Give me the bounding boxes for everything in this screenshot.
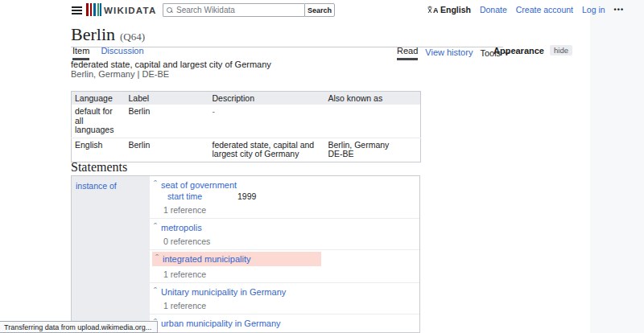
statements-heading: Statements bbox=[71, 160, 127, 175]
cell-language: default for all languages bbox=[72, 105, 126, 138]
statement-value-link[interactable]: urban municipality in Germany bbox=[161, 319, 281, 328]
alias-line: DE-BE bbox=[328, 150, 418, 159]
qualifier-property-link[interactable]: start time bbox=[167, 191, 237, 201]
title-block: Berlin(Q64) bbox=[71, 24, 503, 47]
statement: ˆ metropolis 0 references bbox=[150, 219, 419, 250]
statement-value-link[interactable]: metropolis bbox=[161, 223, 202, 232]
entity-aliases: Berlin, Germany | DE-BE bbox=[71, 69, 169, 79]
entity-id: (Q64) bbox=[120, 31, 145, 43]
statement: ˆ Unitary municipality in Germany 1 refe… bbox=[150, 283, 419, 314]
tab-item[interactable]: Item bbox=[72, 46, 89, 60]
more-options-icon[interactable]: ••• bbox=[614, 6, 624, 14]
rank-caret-icon: ˆ bbox=[154, 224, 158, 231]
col-label: Label bbox=[126, 92, 209, 105]
statement-main: ˆ urban municipality in Germany bbox=[150, 319, 419, 328]
statement: ˆ seat of government start time1999 1 re… bbox=[150, 176, 419, 219]
statement-value-link[interactable]: Unitary municipality in Germany bbox=[161, 287, 286, 297]
language-selector[interactable]: A English bbox=[427, 5, 471, 14]
right-gutter bbox=[590, 0, 644, 333]
appearance-panel: Appearance hide bbox=[493, 45, 572, 56]
statement-group: instance of ˆ seat of government start t… bbox=[71, 175, 420, 333]
statement-main: ˆ metropolis bbox=[150, 223, 419, 232]
search-bar: Search bbox=[163, 3, 335, 17]
search-button[interactable]: Search bbox=[304, 3, 335, 17]
property-column: instance of bbox=[72, 176, 150, 332]
log-in-link[interactable]: Log in bbox=[582, 5, 605, 14]
language-label: English bbox=[440, 5, 471, 14]
cell-label: Berlin bbox=[126, 138, 209, 162]
wikidata-wordmark[interactable]: WIKIDATA bbox=[104, 6, 156, 15]
rank-caret-icon: ˆ bbox=[154, 289, 158, 295]
terms-header-row: Language Label Description Also known as bbox=[72, 92, 421, 105]
browser-status-bar: Transferring data from upload.wikimedia.… bbox=[0, 321, 158, 333]
col-also-known-as: Also known as bbox=[325, 92, 421, 105]
search-input[interactable] bbox=[176, 6, 301, 14]
tab-view-history[interactable]: View history bbox=[425, 47, 473, 60]
col-language: Language bbox=[72, 92, 126, 105]
search-box[interactable] bbox=[163, 3, 304, 17]
donate-link[interactable]: Donate bbox=[480, 5, 507, 14]
language-icon: A bbox=[427, 6, 438, 14]
references-toggle[interactable]: 1 reference bbox=[150, 301, 419, 310]
table-row: default for all languages Berlin - bbox=[72, 105, 421, 138]
rank-caret-icon: ˆ bbox=[155, 256, 159, 262]
rank-caret-icon: ˆ bbox=[154, 182, 158, 188]
namespace-tabs: Item Discussion bbox=[72, 46, 144, 60]
create-account-link[interactable]: Create account bbox=[516, 5, 573, 14]
wikidata-page: WIKIDATA Search A English Donate Create … bbox=[0, 0, 644, 333]
cell-language: English bbox=[72, 138, 126, 162]
tab-discussion[interactable]: Discussion bbox=[101, 46, 143, 60]
statement-value-link[interactable]: seat of government bbox=[161, 180, 237, 190]
top-nav: A English Donate Create account Log in •… bbox=[427, 5, 624, 14]
entity-description: federated state, capital and largest cit… bbox=[71, 60, 271, 69]
search-icon bbox=[167, 7, 173, 14]
qualifier-value: 1999 bbox=[237, 191, 256, 201]
references-toggle[interactable]: 1 reference bbox=[150, 269, 419, 279]
statement-highlighted: ˆ integrated municipality 1 reference bbox=[150, 250, 419, 283]
appearance-heading: Appearance bbox=[493, 46, 544, 56]
references-toggle[interactable]: 0 references bbox=[150, 236, 419, 246]
cell-label: Berlin bbox=[126, 105, 209, 138]
terms-table: Language Label Description Also known as… bbox=[71, 91, 421, 162]
main-menu-icon[interactable] bbox=[72, 6, 82, 8]
cell-aliases: Berlin, Germany DE-BE bbox=[325, 138, 421, 162]
statement: ˆ urban municipality in Germany 0 refere… bbox=[150, 314, 419, 333]
col-description: Description bbox=[209, 92, 325, 105]
table-row: English Berlin federated state, capital … bbox=[72, 138, 421, 162]
wikidata-logo-icon[interactable] bbox=[86, 3, 101, 16]
statement-main: ˆ integrated municipality bbox=[152, 252, 321, 266]
page-title: Berlin bbox=[71, 24, 115, 44]
statement-main: ˆ seat of government bbox=[150, 180, 419, 190]
svg-text:A: A bbox=[433, 6, 438, 14]
tab-read[interactable]: Read bbox=[397, 46, 418, 60]
cell-aliases bbox=[325, 105, 421, 138]
references-toggle[interactable]: 1 reference bbox=[150, 205, 419, 215]
cell-description: federated state, capital and largest cit… bbox=[209, 138, 325, 162]
statement-value-link[interactable]: integrated municipality bbox=[163, 254, 250, 264]
property-link-instance-of[interactable]: instance of bbox=[76, 181, 117, 191]
statement-main: ˆ Unitary municipality in Germany bbox=[150, 287, 419, 297]
cell-description: - bbox=[209, 105, 325, 138]
appearance-hide-button[interactable]: hide bbox=[550, 45, 572, 56]
statement-values: ˆ seat of government start time1999 1 re… bbox=[150, 176, 419, 332]
qualifier-row: start time1999 bbox=[150, 191, 419, 201]
